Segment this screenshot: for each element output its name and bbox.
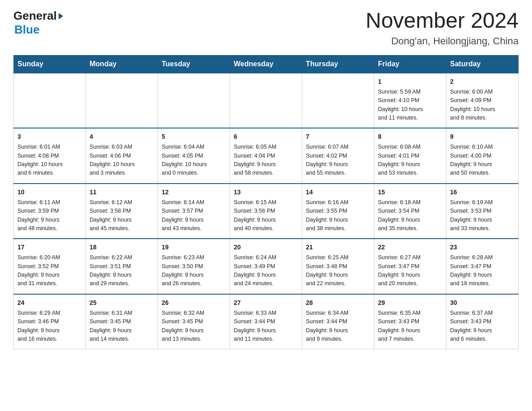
table-row: 16Sunrise: 6:19 AM Sunset: 3:53 PM Dayli… xyxy=(446,184,519,239)
header-area: General Blue November 2024 Dong'an, Heil… xyxy=(13,9,519,47)
day-info: Sunrise: 6:04 AM Sunset: 4:05 PM Dayligh… xyxy=(162,143,226,178)
table-row: 23Sunrise: 6:28 AM Sunset: 3:47 PM Dayli… xyxy=(446,239,519,294)
table-row: 8Sunrise: 6:08 AM Sunset: 4:01 PM Daylig… xyxy=(374,128,446,184)
table-row: 25Sunrise: 6:31 AM Sunset: 3:45 PM Dayli… xyxy=(86,294,158,349)
day-info: Sunrise: 6:00 AM Sunset: 4:09 PM Dayligh… xyxy=(450,88,515,123)
day-number: 12 xyxy=(162,188,226,197)
day-number: 13 xyxy=(234,188,298,197)
day-info: Sunrise: 6:19 AM Sunset: 3:53 PM Dayligh… xyxy=(450,198,515,233)
logo: General Blue xyxy=(13,9,64,37)
calendar-week-row: 10Sunrise: 6:11 AM Sunset: 3:59 PM Dayli… xyxy=(14,184,519,239)
day-info: Sunrise: 6:32 AM Sunset: 3:45 PM Dayligh… xyxy=(162,309,226,344)
table-row: 29Sunrise: 6:35 AM Sunset: 3:43 PM Dayli… xyxy=(374,294,446,349)
day-info: Sunrise: 6:37 AM Sunset: 3:43 PM Dayligh… xyxy=(450,309,515,344)
day-number: 5 xyxy=(162,132,226,141)
col-wednesday: Wednesday xyxy=(230,55,302,73)
calendar-title: November 2024 xyxy=(365,9,519,33)
table-row: 17Sunrise: 6:20 AM Sunset: 3:52 PM Dayli… xyxy=(14,239,86,294)
day-number: 19 xyxy=(162,243,226,252)
table-row: 1Sunrise: 5:59 AM Sunset: 4:10 PM Daylig… xyxy=(374,73,446,128)
day-info: Sunrise: 6:31 AM Sunset: 3:45 PM Dayligh… xyxy=(90,309,154,344)
table-row: 15Sunrise: 6:18 AM Sunset: 3:54 PM Dayli… xyxy=(374,184,446,239)
table-row: 11Sunrise: 6:12 AM Sunset: 3:58 PM Dayli… xyxy=(86,184,158,239)
table-row xyxy=(86,73,158,128)
day-info: Sunrise: 6:01 AM Sunset: 4:08 PM Dayligh… xyxy=(17,143,82,178)
day-number: 2 xyxy=(450,77,515,86)
day-number: 25 xyxy=(90,298,154,308)
day-number: 18 xyxy=(90,243,154,252)
day-info: Sunrise: 6:35 AM Sunset: 3:43 PM Dayligh… xyxy=(378,309,442,344)
day-number: 21 xyxy=(306,243,370,252)
day-info: Sunrise: 6:12 AM Sunset: 3:58 PM Dayligh… xyxy=(90,198,154,233)
day-number: 23 xyxy=(450,243,515,252)
col-thursday: Thursday xyxy=(302,55,374,73)
table-row xyxy=(230,73,302,128)
day-info: Sunrise: 6:18 AM Sunset: 3:54 PM Dayligh… xyxy=(378,198,442,233)
table-row: 20Sunrise: 6:24 AM Sunset: 3:49 PM Dayli… xyxy=(230,239,302,294)
calendar-table: Sunday Monday Tuesday Wednesday Thursday… xyxy=(13,55,519,350)
day-info: Sunrise: 6:05 AM Sunset: 4:04 PM Dayligh… xyxy=(234,143,298,178)
day-info: Sunrise: 6:20 AM Sunset: 3:52 PM Dayligh… xyxy=(17,253,82,288)
table-row: 21Sunrise: 6:25 AM Sunset: 3:48 PM Dayli… xyxy=(302,239,374,294)
col-monday: Monday xyxy=(86,55,158,73)
table-row: 4Sunrise: 6:03 AM Sunset: 4:06 PM Daylig… xyxy=(86,128,158,184)
day-number: 10 xyxy=(17,188,82,197)
table-row xyxy=(158,73,230,128)
day-info: Sunrise: 6:10 AM Sunset: 4:00 PM Dayligh… xyxy=(450,143,515,178)
day-info: Sunrise: 6:34 AM Sunset: 3:44 PM Dayligh… xyxy=(306,309,370,344)
table-row: 9Sunrise: 6:10 AM Sunset: 4:00 PM Daylig… xyxy=(446,128,519,184)
day-number: 14 xyxy=(306,188,370,197)
day-number: 8 xyxy=(378,132,442,141)
day-info: Sunrise: 6:22 AM Sunset: 3:51 PM Dayligh… xyxy=(90,253,154,288)
table-row: 14Sunrise: 6:16 AM Sunset: 3:55 PM Dayli… xyxy=(302,184,374,239)
table-row: 19Sunrise: 6:23 AM Sunset: 3:50 PM Dayli… xyxy=(158,239,230,294)
calendar-week-row: 24Sunrise: 6:29 AM Sunset: 3:46 PM Dayli… xyxy=(14,294,519,349)
day-info: Sunrise: 6:29 AM Sunset: 3:46 PM Dayligh… xyxy=(17,309,82,344)
col-saturday: Saturday xyxy=(446,55,519,73)
calendar-header-row: Sunday Monday Tuesday Wednesday Thursday… xyxy=(14,55,519,73)
day-info: Sunrise: 6:16 AM Sunset: 3:55 PM Dayligh… xyxy=(306,198,370,233)
table-row xyxy=(302,73,374,128)
day-number: 26 xyxy=(162,298,226,308)
day-info: Sunrise: 6:24 AM Sunset: 3:49 PM Dayligh… xyxy=(234,253,298,288)
day-info: Sunrise: 6:14 AM Sunset: 3:57 PM Dayligh… xyxy=(162,198,226,233)
day-info: Sunrise: 6:23 AM Sunset: 3:50 PM Dayligh… xyxy=(162,253,226,288)
day-number: 17 xyxy=(17,243,82,252)
day-number: 16 xyxy=(450,188,515,197)
logo-blue-text: Blue xyxy=(14,23,39,36)
col-tuesday: Tuesday xyxy=(158,55,230,73)
table-row: 18Sunrise: 6:22 AM Sunset: 3:51 PM Dayli… xyxy=(86,239,158,294)
table-row: 30Sunrise: 6:37 AM Sunset: 3:43 PM Dayli… xyxy=(446,294,519,349)
table-row: 26Sunrise: 6:32 AM Sunset: 3:45 PM Dayli… xyxy=(158,294,230,349)
table-row: 3Sunrise: 6:01 AM Sunset: 4:08 PM Daylig… xyxy=(14,128,86,184)
day-info: Sunrise: 6:08 AM Sunset: 4:01 PM Dayligh… xyxy=(378,143,442,178)
table-row: 24Sunrise: 6:29 AM Sunset: 3:46 PM Dayli… xyxy=(14,294,86,349)
day-number: 4 xyxy=(90,132,154,141)
day-number: 15 xyxy=(378,188,442,197)
day-number: 30 xyxy=(450,298,515,308)
day-number: 3 xyxy=(17,132,82,141)
table-row: 10Sunrise: 6:11 AM Sunset: 3:59 PM Dayli… xyxy=(14,184,86,239)
table-row: 28Sunrise: 6:34 AM Sunset: 3:44 PM Dayli… xyxy=(302,294,374,349)
table-row: 22Sunrise: 6:27 AM Sunset: 3:47 PM Dayli… xyxy=(374,239,446,294)
day-number: 20 xyxy=(234,243,298,252)
day-number: 11 xyxy=(90,188,154,197)
day-info: Sunrise: 6:27 AM Sunset: 3:47 PM Dayligh… xyxy=(378,253,442,288)
table-row: 5Sunrise: 6:04 AM Sunset: 4:05 PM Daylig… xyxy=(158,128,230,184)
table-row: 2Sunrise: 6:00 AM Sunset: 4:09 PM Daylig… xyxy=(446,73,519,128)
calendar-week-row: 1Sunrise: 5:59 AM Sunset: 4:10 PM Daylig… xyxy=(14,73,519,128)
table-row: 7Sunrise: 6:07 AM Sunset: 4:02 PM Daylig… xyxy=(302,128,374,184)
day-number: 29 xyxy=(378,298,442,308)
table-row: 13Sunrise: 6:15 AM Sunset: 3:56 PM Dayli… xyxy=(230,184,302,239)
day-info: Sunrise: 6:03 AM Sunset: 4:06 PM Dayligh… xyxy=(90,143,154,178)
calendar-week-row: 17Sunrise: 6:20 AM Sunset: 3:52 PM Dayli… xyxy=(14,239,519,294)
calendar-week-row: 3Sunrise: 6:01 AM Sunset: 4:08 PM Daylig… xyxy=(14,128,519,184)
calendar-subtitle: Dong'an, Heilongjiang, China xyxy=(365,35,519,47)
day-info: Sunrise: 6:25 AM Sunset: 3:48 PM Dayligh… xyxy=(306,253,370,288)
day-number: 24 xyxy=(17,298,82,308)
day-number: 22 xyxy=(378,243,442,252)
logo-general-text: General xyxy=(13,9,57,23)
day-number: 28 xyxy=(306,298,370,308)
day-number: 7 xyxy=(306,132,370,141)
day-info: Sunrise: 6:11 AM Sunset: 3:59 PM Dayligh… xyxy=(17,198,82,233)
